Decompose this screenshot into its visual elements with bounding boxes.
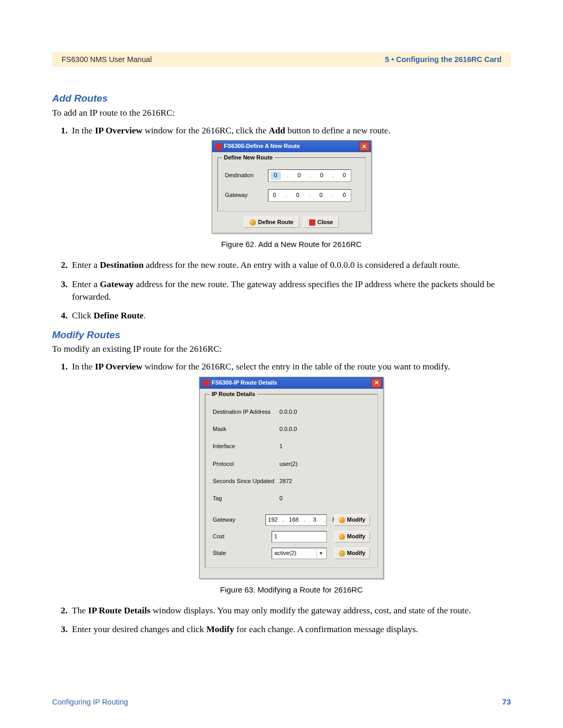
protocol-label: Protocol bbox=[213, 460, 279, 468]
gateway-field[interactable]: 192. 168. 3. 88 bbox=[265, 514, 327, 526]
modify-step-2: The IP Route Details window displays. Yo… bbox=[70, 604, 511, 617]
state-dropdown[interactable]: active(2) ▾ bbox=[272, 548, 326, 559]
modify-intro: To modify an existing IP route for the 2… bbox=[52, 343, 511, 355]
ip-route-details-group: IP Route Details Destination IP Address0… bbox=[205, 394, 378, 568]
section-add-routes: Add Routes bbox=[52, 92, 511, 106]
close-button[interactable]: Close bbox=[303, 217, 339, 228]
close-x-icon bbox=[309, 219, 315, 226]
ip-route-details-dialog: FS6300-IP Route Details ✕ IP Route Detai… bbox=[199, 377, 384, 579]
gateway2-label: Gateway bbox=[213, 516, 265, 524]
seconds-label: Seconds Since Updated bbox=[213, 477, 279, 485]
dialog2-title: FS6300-IP Route Details bbox=[212, 379, 277, 386]
modify-step-1: In the IP Overview window for the 2616RC… bbox=[70, 361, 511, 595]
modify-cost-button[interactable]: Modify bbox=[334, 531, 370, 542]
cost-field[interactable]: 1 bbox=[272, 531, 326, 542]
modify-gateway-button[interactable]: Modify bbox=[334, 514, 370, 525]
wand-icon bbox=[250, 219, 256, 226]
add-steps: In the IP Overview window for the 2616RC… bbox=[52, 125, 511, 322]
define-route-dialog: FS6300-Define A New Route ✕ Define New R… bbox=[212, 140, 372, 233]
manual-page: FS6300 NMS User Manual 5 • Configuring t… bbox=[0, 0, 563, 728]
app-icon bbox=[203, 379, 210, 386]
modify-state-button[interactable]: Modify bbox=[334, 548, 370, 559]
dest-ip-label: Destination IP Address bbox=[213, 408, 279, 416]
page-footer: Configuring IP Routing 73 bbox=[52, 696, 511, 707]
wand-icon bbox=[339, 534, 345, 540]
destination-label: Destination bbox=[225, 171, 268, 179]
group2-title: IP Route Details bbox=[210, 390, 258, 398]
mask-label: Mask bbox=[213, 425, 279, 433]
mask-value: 0.0.0.0 bbox=[279, 423, 341, 435]
seconds-value: 2872 bbox=[279, 475, 341, 487]
dialog-titlebar[interactable]: FS6300-Define A New Route ✕ bbox=[212, 141, 371, 152]
manual-title: FS6300 NMS User Manual bbox=[62, 54, 152, 65]
close-icon[interactable]: ✕ bbox=[359, 142, 370, 151]
page-header: FS6300 NMS User Manual 5 • Configuring t… bbox=[52, 52, 511, 67]
add-step-4: Click Define Route. bbox=[70, 310, 511, 322]
chevron-down-icon[interactable]: ▾ bbox=[316, 549, 325, 558]
destination-input[interactable]: 0. 0. 0. 0 bbox=[268, 169, 351, 182]
dest-ip-value: 0.0.0.0 bbox=[279, 406, 341, 418]
section-modify-routes: Modify Routes bbox=[52, 328, 511, 342]
footer-section: Configuring IP Routing bbox=[52, 697, 128, 707]
gateway-input[interactable]: 0. 0. 0. 0 bbox=[268, 189, 351, 202]
state-label: State bbox=[213, 549, 272, 557]
tag-label: Tag bbox=[213, 495, 279, 502]
app-icon bbox=[215, 143, 222, 150]
add-step-3: Enter a Gateway address for the new rout… bbox=[70, 278, 511, 303]
group-title: Define New Route bbox=[222, 154, 275, 162]
add-step-1: In the IP Overview window for the 2616RC… bbox=[70, 125, 511, 250]
protocol-value: user(2) bbox=[279, 458, 341, 470]
define-route-group: Define New Route Destination 0. 0. 0. 0 bbox=[217, 157, 366, 212]
chapter-title: 5 • Configuring the 2616RC Card bbox=[385, 54, 501, 65]
interface-label: Interface bbox=[213, 442, 279, 450]
wand-icon bbox=[339, 517, 345, 523]
dialog2-titlebar[interactable]: FS6300-IP Route Details ✕ bbox=[200, 377, 383, 389]
gateway-label: Gateway bbox=[225, 191, 268, 199]
cost-label: Cost bbox=[213, 533, 272, 540]
add-step-2: Enter a Destination address for the new … bbox=[70, 259, 511, 272]
add-intro: To add an IP route to the 2616RC: bbox=[52, 107, 511, 119]
figure63-caption: Figure 63. Modifying a Route for 2616RC bbox=[72, 584, 511, 595]
close-icon[interactable]: ✕ bbox=[371, 378, 382, 388]
page-number: 73 bbox=[502, 696, 511, 707]
define-route-button[interactable]: Define Route bbox=[244, 217, 299, 228]
wand-icon bbox=[339, 550, 345, 557]
figure62-caption: Figure 62. Add a New Route for 2616RC bbox=[72, 239, 511, 250]
modify-steps: In the IP Overview window for the 2616RC… bbox=[52, 361, 511, 636]
interface-value: 1 bbox=[279, 440, 341, 452]
dialog-title: FS6300-Define A New Route bbox=[224, 143, 300, 149]
modify-step-3: Enter your desired changes and click Mod… bbox=[70, 623, 511, 636]
tag-value: 0 bbox=[279, 492, 341, 504]
